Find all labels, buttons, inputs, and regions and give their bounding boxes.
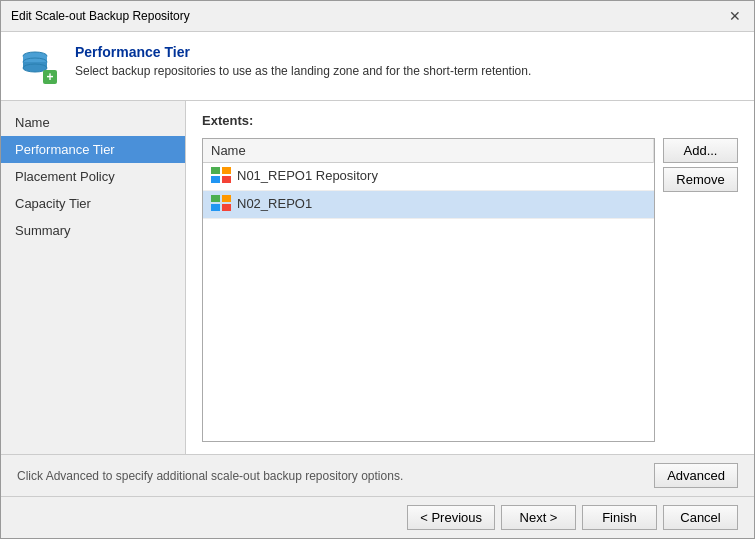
table-with-btns: Name <box>202 138 738 442</box>
svg-rect-9 <box>211 176 220 183</box>
svg-rect-13 <box>211 204 220 211</box>
sidebar-item-performance-tier[interactable]: Performance Tier <box>1 136 185 163</box>
table-row[interactable]: N02_REPO1 <box>203 191 654 219</box>
add-remove-panel: Add... Remove <box>655 138 738 442</box>
close-button[interactable]: ✕ <box>726 7 744 25</box>
remove-button[interactable]: Remove <box>663 167 738 192</box>
title-bar: Edit Scale-out Backup Repository ✕ <box>1 1 754 32</box>
svg-rect-7 <box>211 167 220 174</box>
column-name: Name <box>203 139 654 163</box>
header-icon: + <box>17 44 61 88</box>
header-text: Performance Tier Select backup repositor… <box>75 44 531 78</box>
row-icon: N02_REPO1 <box>211 195 312 211</box>
advanced-button[interactable]: Advanced <box>654 463 738 488</box>
main-content: Extents: Name <box>186 101 754 454</box>
svg-rect-8 <box>222 167 231 174</box>
add-button[interactable]: Add... <box>663 138 738 163</box>
dialog-title: Edit Scale-out Backup Repository <box>11 9 190 23</box>
extents-table: Name <box>203 139 654 219</box>
table-row[interactable]: N01_REPO1 Repository <box>203 163 654 191</box>
advanced-area: Click Advanced to specify additional sca… <box>1 454 754 496</box>
sidebar-item-placement-policy[interactable]: Placement Policy <box>1 163 185 190</box>
sidebar: Name Performance Tier Placement Policy C… <box>1 101 186 454</box>
header-section: + Performance Tier Select backup reposit… <box>1 32 754 101</box>
svg-rect-14 <box>222 204 231 211</box>
svg-text:+: + <box>46 70 53 84</box>
extents-table-container: Name <box>202 138 655 442</box>
header-description: Select backup repositories to use as the… <box>75 64 531 78</box>
svg-rect-11 <box>211 195 220 202</box>
extents-label: Extents: <box>202 113 738 128</box>
dialog: Edit Scale-out Backup Repository ✕ + Per… <box>0 0 755 539</box>
advanced-hint: Click Advanced to specify additional sca… <box>17 469 403 483</box>
sidebar-item-summary[interactable]: Summary <box>1 217 185 244</box>
footer: < Previous Next > Finish Cancel <box>1 496 754 538</box>
next-button[interactable]: Next > <box>501 505 576 530</box>
sidebar-item-name[interactable]: Name <box>1 109 185 136</box>
cancel-button[interactable]: Cancel <box>663 505 738 530</box>
finish-button[interactable]: Finish <box>582 505 657 530</box>
svg-rect-10 <box>222 176 231 183</box>
header-title: Performance Tier <box>75 44 531 60</box>
svg-rect-12 <box>222 195 231 202</box>
content-area: Name Performance Tier Placement Policy C… <box>1 101 754 454</box>
sidebar-item-capacity-tier[interactable]: Capacity Tier <box>1 190 185 217</box>
previous-button[interactable]: < Previous <box>407 505 495 530</box>
row-icon: N01_REPO1 Repository <box>211 167 378 183</box>
